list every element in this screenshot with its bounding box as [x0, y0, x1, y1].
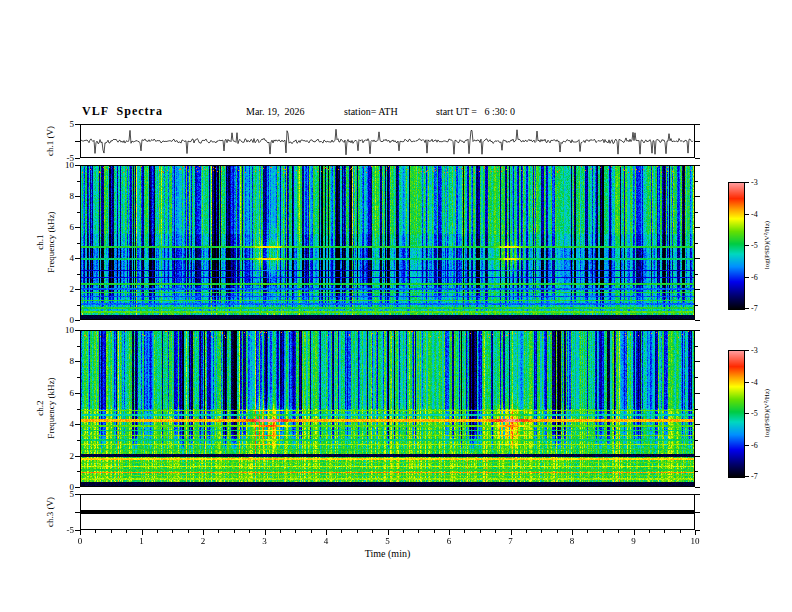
colorbar-tick-label: -7 [751, 472, 758, 481]
y-minor-tick-mark [695, 181, 698, 182]
y-minor-tick-mark [77, 181, 80, 182]
ch1-freq-ylabel-line2: Frequency (kHz) [46, 165, 57, 320]
ch1-spectrogram-canvas [81, 166, 694, 319]
x-tick-mark [265, 530, 266, 535]
y-tick-label: 6 [44, 388, 74, 398]
x-tick-label: 9 [624, 536, 644, 546]
y-minor-tick-mark [77, 471, 80, 472]
x-tick-mark [511, 530, 512, 535]
x-minor-tick-mark [403, 530, 404, 533]
x-tick-label: 4 [316, 536, 336, 546]
y-tick-label: 8 [44, 356, 74, 366]
y-minor-tick-mark [77, 305, 80, 306]
y-tick-label: 10 [44, 325, 74, 335]
y-tick-label: 2 [44, 284, 74, 294]
x-tick-label: 2 [193, 536, 213, 546]
colorbar-tick-label: -7 [751, 304, 758, 313]
colorbar-tick-mark [745, 350, 749, 351]
y-minor-tick-mark [77, 212, 80, 213]
colorbar-tick-mark [745, 382, 749, 383]
ch2-colorbar-label: log(PSD)(V²/Hz) [763, 350, 775, 476]
colorbar-tick-label: -6 [751, 441, 758, 450]
x-tick-label: 10 [685, 536, 705, 546]
y-minor-tick-mark [695, 305, 698, 306]
colorbar-tick-label: -5 [751, 241, 758, 250]
y-tick-mark [75, 227, 80, 228]
colorbar-tick-label: -5 [751, 409, 758, 418]
y-tick-mark [695, 494, 700, 495]
y-tick-mark [75, 494, 80, 495]
ch1-waveform-canvas [81, 125, 694, 157]
station-label: station= ATH [344, 106, 398, 117]
colorbar-tick-mark [745, 308, 749, 309]
y-tick-mark [75, 141, 80, 142]
x-minor-tick-mark [618, 530, 619, 533]
y-minor-tick-mark [695, 274, 698, 275]
y-tick-mark [695, 124, 700, 125]
y-minor-tick-mark [77, 274, 80, 275]
y-tick-mark [75, 330, 80, 331]
x-minor-tick-mark [95, 530, 96, 533]
y-minor-tick-mark [695, 440, 698, 441]
ch3-waveform-panel [80, 494, 695, 530]
ch1-freq-ylabel: ch.1 Frequency (kHz) [35, 165, 57, 320]
y-tick-mark [75, 158, 80, 159]
x-minor-tick-mark [188, 530, 189, 533]
plot-title: VLF Spectra [82, 104, 163, 119]
y-tick-label: 4 [44, 419, 74, 429]
x-tick-label: 5 [378, 536, 398, 546]
y-tick-label: 10 [44, 160, 74, 170]
x-minor-tick-mark [126, 530, 127, 533]
y-minor-tick-mark [77, 346, 80, 347]
ch1-freq-ylabel-line1: ch.1 [35, 165, 46, 320]
x-minor-tick-mark [587, 530, 588, 533]
x-minor-tick-mark [157, 530, 158, 533]
x-minor-tick-mark [418, 530, 419, 533]
colorbar-tick-mark [745, 182, 749, 183]
y-tick-mark [695, 258, 700, 259]
x-minor-tick-mark [372, 530, 373, 533]
ch1-spectrogram-panel [80, 165, 695, 320]
x-minor-tick-mark [434, 530, 435, 533]
x-tick-mark [203, 530, 204, 535]
ch2-freq-ylabel: ch.2 Frequency (kHz) [35, 331, 57, 486]
x-tick-label: 1 [132, 536, 152, 546]
y-minor-tick-mark [695, 377, 698, 378]
y-tick-label: 5 [44, 119, 74, 129]
x-tick-mark [326, 530, 327, 535]
x-minor-tick-mark [541, 530, 542, 533]
y-tick-mark [695, 487, 700, 488]
y-minor-tick-mark [77, 409, 80, 410]
y-tick-label: 0 [44, 315, 74, 325]
ch1-colorbar [728, 182, 745, 310]
y-tick-mark [75, 320, 80, 321]
y-tick-mark [75, 124, 80, 125]
ch1-waveform-panel [80, 124, 695, 158]
x-minor-tick-mark [664, 530, 665, 533]
colorbar-tick-label: -3 [751, 346, 758, 355]
y-tick-mark [695, 320, 700, 321]
colorbar-tick-mark [745, 277, 749, 278]
ch2-colorbar-canvas [729, 351, 744, 477]
y-tick-label: 2 [44, 451, 74, 461]
x-tick-label: 3 [255, 536, 275, 546]
y-tick-mark [75, 393, 80, 394]
y-tick-mark [695, 158, 700, 159]
colorbar-tick-label: -4 [751, 378, 758, 387]
y-minor-tick-mark [77, 243, 80, 244]
y-minor-tick-mark [695, 346, 698, 347]
y-tick-mark [695, 165, 700, 166]
y-tick-label: -5 [44, 525, 74, 535]
y-tick-mark [75, 456, 80, 457]
date-label: Mar. 19, 2026 [246, 106, 305, 117]
y-tick-mark [695, 196, 700, 197]
x-tick-label: 0 [70, 536, 90, 546]
x-tick-label: 6 [439, 536, 459, 546]
x-minor-tick-mark [680, 530, 681, 533]
ch1-colorbar-canvas [729, 183, 744, 309]
ch3-waveform-canvas [81, 495, 694, 529]
ch2-spectrogram-panel [80, 330, 695, 487]
y-tick-mark [695, 456, 700, 457]
y-tick-mark [75, 165, 80, 166]
x-tick-mark [80, 530, 81, 535]
